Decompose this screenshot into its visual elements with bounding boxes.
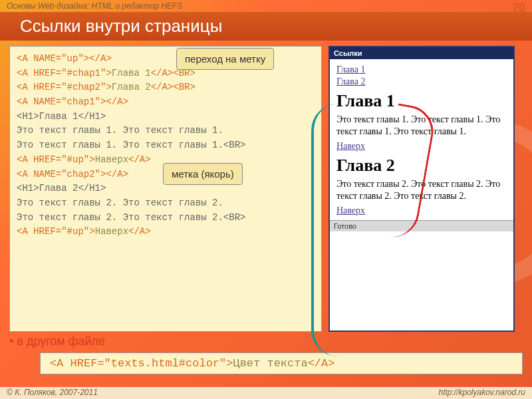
header-title: Основы Web-дизайна: HTML и редактор HEFS (7, 1, 182, 11)
code-tag: <A HREF="#up"> (17, 154, 95, 165)
html-code-block: переход на метку метка (якорь) <A NAME="… (9, 46, 322, 332)
code-tag: <A NAME="chap1"> (17, 96, 106, 107)
code-line: Это текст главы 1. Это текст главы 1.<BR… (17, 138, 315, 153)
preview-link-2[interactable]: Глава 2 (336, 76, 365, 86)
arrow-teal (311, 104, 338, 356)
preview-link-up2[interactable]: Наверх (336, 205, 365, 215)
code-line: <H1>Глава 1</H1> (17, 110, 315, 124)
code-line: Это текст главы 1. Это текст главы 1. (17, 124, 315, 138)
code-tag: </A> (128, 226, 151, 237)
code-tag: <A NAME="up"> (17, 53, 89, 64)
code-tag: </A> (128, 154, 151, 165)
footer-url: http://kpolyakov.narod.ru (438, 388, 525, 398)
browser-preview: Ссылки Глава 1 Глава 2 Глава 1 Это текст… (329, 46, 515, 332)
code-tag: <A HREF="#chap1"> (17, 68, 112, 78)
code-tag: <A HREF="#chap2"> (17, 82, 112, 92)
preview-link-up1[interactable]: Наверх (336, 141, 365, 151)
slide-title: Ссылки внутри страницы (0, 12, 532, 41)
preview-window-title: Ссылки (330, 47, 513, 59)
page-number: 70 (512, 1, 525, 11)
callout-jump: переход на метку (176, 48, 274, 70)
preview-body: Глава 1 Глава 2 Глава 1 Это текст главы … (330, 59, 513, 220)
footer-copyright: © К. Поляков, 2007-2011 (7, 388, 98, 398)
header: Основы Web-дизайна: HTML и редактор HEFS… (0, 0, 532, 12)
preview-heading-1: Глава 1 (336, 91, 507, 111)
code-tag: <A HREF="#up"> (17, 226, 95, 237)
code-text: Цвет текста (233, 357, 307, 370)
code-tag: <A HREF="texts.html#color"> (50, 357, 233, 370)
code-line: Это текст главы 2. Это текст главы 2. (17, 196, 315, 211)
code-tag: </A> (308, 357, 335, 370)
preview-status-bar: Готово (330, 220, 513, 231)
callout-anchor: метка (якорь) (163, 163, 243, 185)
code-text: Наверх (95, 154, 128, 165)
code-text: Наверх (95, 226, 128, 237)
preview-link-1[interactable]: Глава 1 (336, 65, 365, 74)
bottom-code-block: <A HREF="texts.html#color">Цвет текста</… (40, 352, 523, 374)
bullet-other-file: в другом файле (0, 332, 532, 351)
code-tag: <A NAME="chap2"> (17, 169, 106, 180)
code-tag: </A> (89, 53, 112, 64)
code-tag: </A> (106, 169, 128, 180)
code-text: Глава 1 (112, 68, 151, 78)
code-tag: </A><BR> (151, 82, 196, 92)
content-area: переход на метку метка (якорь) <A NAME="… (0, 41, 532, 332)
code-text: Глава 2 (112, 82, 151, 92)
code-line: Это текст главы 2. Это текст главы 2.<BR… (17, 211, 315, 225)
footer: © К. Поляков, 2007-2011 http://kpolyakov… (0, 387, 532, 399)
code-tag: </A> (106, 96, 128, 107)
